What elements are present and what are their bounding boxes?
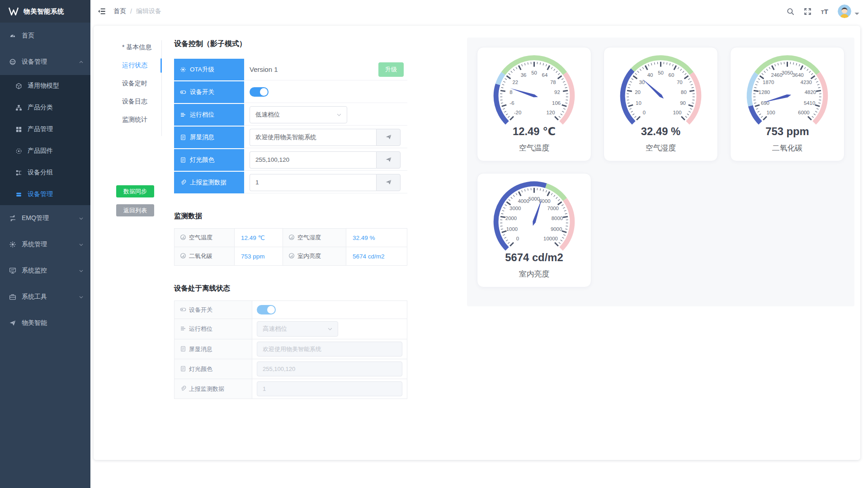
report-monitor-data-input[interactable] [250,174,376,191]
gauge-small-icon [180,234,186,240]
monitor-value: 753 ppm [235,247,283,266]
shadow-row-label: 屏显消息 [174,127,244,148]
user-menu[interactable] [838,5,861,18]
svg-text:20: 20 [635,89,641,95]
light-color-send-button[interactable] [376,151,401,169]
shadow-row-run-gear: 运行档位低速档位 [174,104,407,126]
shadow-row-label: 运行档位 [174,104,244,126]
chevron-up-icon [78,59,84,65]
subnav-active-indicator [160,58,162,73]
svg-text:78: 78 [550,80,556,85]
svg-text:-6: -6 [509,100,514,106]
sidebar-item-system-monitor[interactable]: 系统监控 [0,258,90,284]
sidebar-item-emq-management[interactable]: EMQ管理 [0,205,90,231]
screen-message-icon [180,134,186,141]
monitor-label: 二氧化碳 [175,247,235,266]
gear-level-icon [180,325,186,332]
sidebar-subitem-product-firmware[interactable]: 产品固件 [0,140,90,162]
app-logo: 物美智能系统 [0,0,90,23]
sidebar-subitem-product-management[interactable]: 产品管理 [0,118,90,140]
svg-text:70: 70 [677,80,683,85]
sidebar-subitem-thing-model[interactable]: 通用物模型 [0,75,90,97]
device-switch-toggle[interactable] [250,87,269,97]
shadow-row-label: 灯光颜色 [174,149,244,171]
monitor-value: 12.49 ℃ [235,229,283,247]
subnav-divider [161,40,162,136]
svg-text:100: 100 [673,110,681,115]
run-gear-select[interactable]: 低速档位 [250,106,347,123]
light-color-icon [180,366,186,372]
offline-row-offline-run-gear: 运行档位高速档位 [175,319,407,339]
monitor-value: 32.49 % [346,229,407,247]
chevron-down-icon [78,268,84,274]
font-size-icon[interactable]: TT [821,8,828,15]
svg-text:3640: 3640 [792,72,803,78]
svg-text:50: 50 [531,70,537,75]
offline-screen-message-input [257,342,402,357]
svg-text:1870: 1870 [763,80,774,85]
search-icon[interactable] [787,8,794,15]
offline-label: 灯光颜色 [175,359,252,379]
screen-message-icon [180,346,186,352]
svg-text:8: 8 [509,89,512,95]
send-plane-icon [385,179,392,186]
sidebar-subitem-device-group[interactable]: 设备分组 [0,162,90,183]
svg-text:32.49 %: 32.49 % [641,125,680,137]
svg-text:100: 100 [767,110,775,115]
upgrade-button[interactable]: 升级 [378,62,404,77]
toolbox-icon [9,293,16,300]
screen-message-send-button[interactable] [376,129,401,146]
subnav-buttons: 数据同步 返回列表 [116,185,154,216]
gauge-small-icon [288,234,295,240]
svg-text:-20: -20 [514,110,521,115]
shadow-row-light-color: 灯光颜色 [174,149,407,171]
sidebar-item-device-management[interactable]: 设备管理 [0,49,90,75]
avatar[interactable] [838,5,851,18]
svg-text:8000: 8000 [552,216,563,221]
switch-icon [180,306,186,313]
tab-run-status[interactable]: 运行状态 [122,56,151,75]
offline-light-color-input [257,361,402,376]
light-color-input[interactable] [250,151,376,169]
breadcrumb-home[interactable]: 首页 [113,7,126,15]
fullscreen-icon[interactable] [804,8,811,15]
shadow-row-device-switch: 设备开关 [174,81,407,103]
monitor-title: 监测数据 [174,211,407,221]
tab-basic-info[interactable]: * 基本信息 [122,38,151,56]
sidebar-subitem-product-category[interactable]: 产品分类 [0,97,90,118]
monitor-data-table: 空气温度12.49 ℃空气湿度32.49 %二氧化碳753 ppm室内亮度567… [174,228,407,266]
shadow-row-label: 设备开关 [174,81,244,103]
tab-monitor-stats[interactable]: 监测统计 [122,111,151,129]
svg-text:40: 40 [647,72,653,78]
svg-text:2460: 2460 [771,72,782,78]
offline-row-offline-screen-message: 屏显消息 [175,339,407,359]
offline-state-table: 设备开关运行档位高速档位屏显消息灯光颜色上报监测数据 [174,300,407,399]
sidebar-subitem-device-list[interactable]: 设备管理 [0,183,90,205]
report-monitor-data-send-button[interactable] [376,174,401,191]
svg-text:10000: 10000 [543,236,558,241]
chevron-down-icon [327,326,333,332]
svg-text:5000: 5000 [528,196,540,202]
sidebar-item-system-tools[interactable]: 系统工具 [0,284,90,310]
plane-icon [9,319,16,327]
monitor-value: 5674 cd/m2 [346,247,407,266]
tab-device-timer[interactable]: 设备定时 [122,75,151,93]
gauge-co2: 1006901280187024603050364042304820541060… [730,47,844,161]
shadow-row-label: OTA升级 [174,59,244,80]
svg-text:5410: 5410 [804,100,815,106]
back-to-list-button[interactable]: 返回列表 [116,204,154,216]
tab-device-log[interactable]: 设备日志 [122,93,151,111]
sidebar-item-home[interactable]: 首页 [0,23,90,49]
shadow-row-label: 上报监测数据 [174,172,244,193]
sidebar-submenu: 通用物模型产品分类产品管理产品固件设备分组设备管理 [0,75,90,205]
send-plane-icon [385,134,392,141]
sidebar-fold-icon[interactable] [98,7,106,15]
sync-data-button[interactable]: 数据同步 [116,185,154,197]
screen-message-input[interactable] [250,129,376,146]
sidebar-item-wumei-smart[interactable]: 物美智能 [0,310,90,336]
sidebar-item-system-management[interactable]: 系统管理 [0,231,90,258]
caret-down-icon[interactable] [853,10,861,18]
svg-text:二氧化碳: 二氧化碳 [772,144,803,152]
svg-text:4230: 4230 [801,80,812,85]
svg-text:6000: 6000 [539,198,550,204]
